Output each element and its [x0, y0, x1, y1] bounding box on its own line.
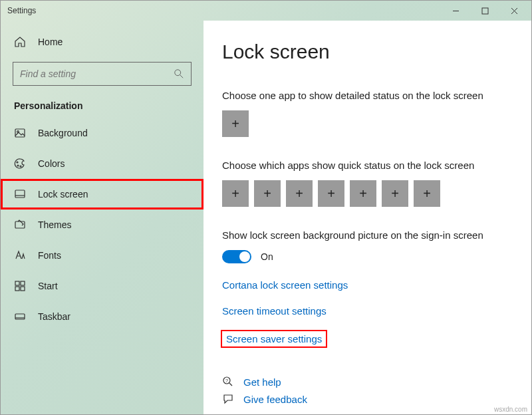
titlebar: Settings [1, 1, 531, 21]
svg-rect-14 [15, 281, 19, 285]
svg-rect-13 [15, 221, 25, 228]
get-help-link[interactable]: Get help [243, 376, 281, 388]
sidebar-item-fonts[interactable]: Fonts [1, 240, 203, 271]
search-input[interactable] [20, 69, 174, 79]
svg-rect-18 [15, 314, 25, 319]
sidebar-item-label: Lock screen [38, 189, 88, 200]
quick-status-label: Choose which apps show quick status on t… [222, 160, 513, 171]
signin-picture-label: Show lock screen background picture on t… [222, 229, 513, 241]
svg-rect-16 [15, 287, 19, 291]
sidebar-item-themes[interactable]: Themes [1, 209, 203, 240]
home-label: Home [38, 37, 63, 47]
give-feedback-link[interactable]: Give feedback [243, 394, 307, 405]
cortana-link[interactable]: Cortana lock screen settings [222, 279, 513, 291]
add-quick-app-tile[interactable]: + [286, 180, 313, 207]
sidebar-item-label: Fonts [38, 250, 61, 261]
help-icon: ? [222, 376, 234, 388]
svg-line-21 [229, 383, 232, 386]
svg-point-9 [17, 165, 19, 166]
timeout-link[interactable]: Screen timeout settings [222, 305, 513, 317]
signin-picture-toggle[interactable] [222, 250, 251, 263]
picture-icon [14, 127, 26, 139]
svg-rect-6 [15, 129, 25, 137]
toggle-state-label: On [261, 251, 273, 262]
svg-point-10 [20, 166, 21, 167]
window-title: Settings [7, 6, 441, 15]
svg-point-4 [175, 70, 181, 76]
svg-rect-11 [15, 190, 25, 198]
home-nav[interactable]: Home [1, 29, 203, 55]
add-detailed-app-tile[interactable]: + [222, 110, 249, 137]
page-heading: Lock screen [222, 41, 513, 63]
feedback-icon [222, 393, 234, 405]
svg-rect-17 [21, 287, 25, 291]
screensaver-link[interactable]: Screen saver settings [222, 331, 326, 346]
minimize-button[interactable] [441, 1, 470, 20]
start-icon [14, 280, 26, 292]
themes-icon [14, 219, 26, 231]
sidebar-item-start[interactable]: Start [1, 271, 203, 301]
sidebar-item-label: Colors [38, 158, 65, 169]
svg-rect-15 [21, 281, 25, 285]
svg-rect-1 [482, 8, 488, 14]
sidebar-item-taskbar[interactable]: Taskbar [1, 301, 203, 332]
sidebar-item-colors[interactable]: Colors [1, 148, 203, 179]
svg-point-8 [17, 162, 18, 163]
add-quick-app-tile[interactable]: + [350, 180, 376, 207]
add-quick-app-tile[interactable]: + [222, 180, 249, 207]
fonts-icon [14, 249, 26, 261]
watermark: wsxdn.com [494, 406, 527, 413]
content-pane: Lock screen Choose one app to show detai… [203, 21, 531, 414]
add-quick-app-tile[interactable]: + [414, 180, 440, 207]
lock-screen-icon [14, 188, 26, 200]
sidebar-item-lock-screen[interactable]: Lock screen [1, 179, 203, 209]
quick-status-tiles: + + + + + + + [222, 180, 513, 207]
palette-icon [14, 158, 26, 170]
detailed-status-label: Choose one app to show detailed status o… [222, 90, 513, 101]
add-quick-app-tile[interactable]: + [254, 180, 281, 207]
home-icon [14, 36, 26, 48]
add-quick-app-tile[interactable]: + [382, 180, 408, 207]
add-quick-app-tile[interactable]: + [318, 180, 344, 207]
taskbar-icon [14, 311, 26, 323]
sidebar: Home Personalization Background Colo [1, 21, 203, 414]
sidebar-item-background[interactable]: Background [1, 118, 203, 148]
section-title: Personalization [1, 90, 203, 118]
svg-text:?: ? [225, 378, 228, 383]
search-icon [174, 69, 184, 79]
sidebar-item-label: Background [38, 128, 88, 138]
maximize-button[interactable] [470, 1, 499, 20]
svg-line-5 [180, 75, 183, 78]
close-button[interactable] [499, 1, 529, 20]
sidebar-item-label: Taskbar [38, 311, 70, 322]
search-box[interactable] [13, 62, 192, 86]
sidebar-item-label: Themes [38, 219, 72, 230]
sidebar-item-label: Start [38, 281, 58, 291]
